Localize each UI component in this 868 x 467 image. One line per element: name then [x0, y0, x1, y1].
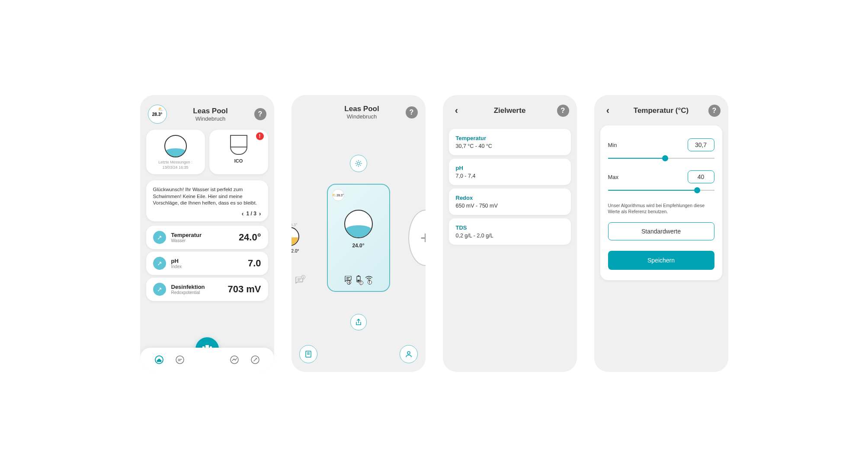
- pager-next[interactable]: ›: [259, 210, 261, 217]
- share-button[interactable]: [350, 314, 367, 330]
- nav-edit[interactable]: [250, 355, 260, 365]
- recommendation-card[interactable]: Glückwunsch! Ihr Wasser ist perfekt zum …: [146, 180, 268, 221]
- pool-location: Windebruch: [318, 113, 406, 120]
- help-button[interactable]: ?: [708, 105, 721, 117]
- pool-location: Windebruch: [167, 115, 254, 122]
- pool-water-icon: [291, 227, 299, 246]
- weather-temp: 28.3°: [152, 112, 162, 117]
- page-title: Temperatur (°C): [614, 106, 708, 115]
- screen-pool-selector: Leas Pool Windebruch ? 28.3° 22.0° ⛅ 28.…: [291, 95, 426, 372]
- mini-weather: ⛅ 28.3°: [332, 189, 344, 201]
- add-pool-button[interactable]: +: [408, 210, 426, 266]
- ico-device-card[interactable]: ! ICO: [209, 130, 268, 174]
- person-icon: [405, 350, 413, 358]
- max-slider[interactable]: [608, 186, 714, 195]
- default-values-button[interactable]: Standardwerte: [608, 222, 714, 240]
- battery-status-icon: !: [356, 275, 361, 287]
- settings-button[interactable]: [350, 155, 367, 172]
- target-tds[interactable]: TDS 0,2 g/L - 2,0 g/L: [449, 218, 571, 245]
- sun-cloud-icon: ⛅: [158, 107, 163, 112]
- nav-home[interactable]: [154, 355, 164, 365]
- screen-dashboard: ⛅ 28.3° Leas Pool Windebruch ? Letzte Me…: [140, 95, 274, 372]
- pool-water-icon: [344, 210, 373, 238]
- pool-water-icon: [164, 135, 187, 157]
- alert-badge: !: [256, 132, 264, 140]
- metric-desinfektion[interactable]: ↗ Desinfektion Redoxpotential 703 mV: [146, 278, 268, 301]
- page-title: Zielwerte: [463, 106, 557, 115]
- pool-name: Leas Pool: [167, 107, 254, 115]
- arrow-up-icon: ↗: [153, 257, 166, 270]
- ico-device-icon: [230, 135, 247, 155]
- min-label: Min: [608, 142, 617, 148]
- ico-label: ICO: [234, 158, 243, 163]
- svg-point-4: [176, 356, 184, 364]
- pager-prev[interactable]: ‹: [242, 210, 244, 217]
- svg-point-13: [407, 352, 410, 354]
- nav-trends[interactable]: [229, 355, 240, 365]
- gear-icon: [354, 159, 363, 168]
- book-icon: [304, 350, 312, 358]
- max-label: Max: [608, 174, 619, 180]
- screen-zielwerte: ‹ Zielwerte ? Temperatur 30,7 °C - 40 °C…: [443, 95, 577, 372]
- algorithm-note: Unser Algorithmus wird bei Empfehlungen …: [608, 202, 714, 214]
- pool-status-card[interactable]: Letzte Messungen : 13/03/24 16:35: [146, 130, 205, 174]
- metric-temperatur[interactable]: ↗ Temperatur Wasser 24.0°: [146, 226, 268, 249]
- temperature-form: Min 30,7 Max 40 Unser Algorithmus wird b…: [600, 125, 722, 280]
- weather-badge[interactable]: ⛅ 28.3°: [148, 105, 167, 124]
- target-ph[interactable]: pH 7,0 - 7,4: [449, 159, 571, 185]
- svg-rect-9: [358, 275, 359, 276]
- recommendation-text: Glückwunsch! Ihr Wasser ist perfekt zum …: [153, 186, 261, 207]
- nav-chat[interactable]: [175, 355, 185, 365]
- wifi-status-icon: !: [365, 276, 373, 286]
- target-temperatur[interactable]: Temperatur 30,7 °C - 40 °C: [449, 129, 571, 155]
- screen-temperatur-edit: ‹ Temperatur (°C) ? Min 30,7 Max 40 Unse…: [594, 95, 728, 372]
- help-button[interactable]: ?: [254, 108, 266, 120]
- help-button[interactable]: ?: [406, 106, 418, 118]
- svg-point-7: [357, 162, 360, 165]
- plus-icon: +: [420, 228, 426, 248]
- share-icon: [356, 319, 362, 326]
- min-slider[interactable]: [608, 154, 714, 163]
- back-button[interactable]: ‹: [451, 105, 463, 117]
- carousel-main-pool[interactable]: ⛅ 28.3° 24.0° 3 ! !: [327, 184, 390, 292]
- side-chat-icon[interactable]: 3: [295, 277, 304, 284]
- bottom-nav: [140, 348, 274, 372]
- min-input[interactable]: 30,7: [688, 138, 714, 151]
- arrow-up-icon: ↗: [153, 231, 166, 244]
- target-redox[interactable]: Redox 650 mV - 750 mV: [449, 189, 571, 215]
- pager: ‹ 1 / 3 ›: [153, 210, 261, 217]
- back-button[interactable]: ‹: [602, 105, 614, 117]
- carousel-prev-pool[interactable]: 28.3° 22.0°: [291, 199, 304, 277]
- pool-name: Leas Pool: [318, 105, 406, 113]
- chat-status-icon: 3: [344, 276, 352, 286]
- help-button[interactable]: ?: [557, 105, 569, 117]
- metric-ph[interactable]: ↗ pH Index 7.0: [146, 252, 268, 275]
- save-button[interactable]: Speichern: [608, 251, 714, 270]
- last-measurement: Letzte Messungen : 13/03/24 16:35: [158, 160, 192, 170]
- max-input[interactable]: 40: [688, 170, 714, 183]
- profile-button[interactable]: [400, 345, 418, 363]
- arrow-up-icon: ↗: [153, 283, 166, 296]
- pool-temp: 24.0°: [352, 243, 364, 249]
- contacts-button[interactable]: [299, 345, 317, 363]
- pager-count: 1 / 3: [246, 211, 256, 217]
